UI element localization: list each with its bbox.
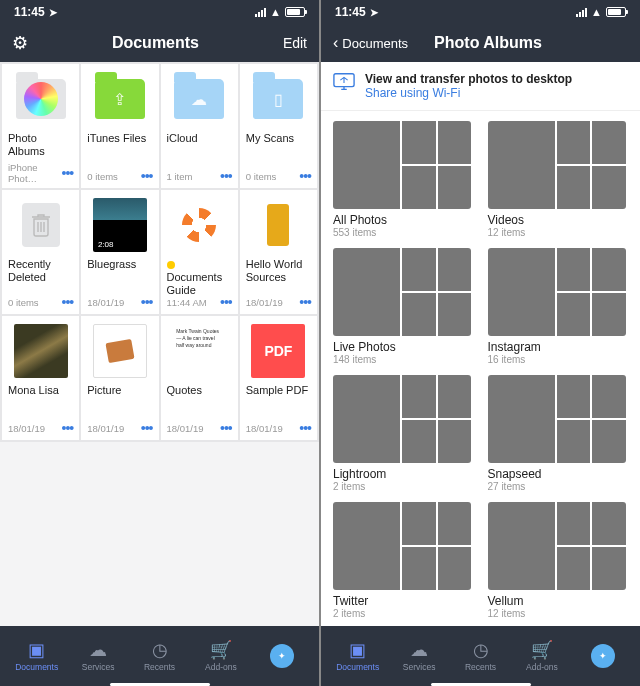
more-icon[interactable]: •••: [62, 294, 74, 310]
doc-thumbnail: ☁: [167, 70, 232, 128]
tab-label: Add-ons: [205, 662, 237, 672]
location-icon: ➤: [370, 7, 378, 18]
album-cell[interactable]: Videos12 items: [488, 121, 629, 238]
more-icon[interactable]: •••: [62, 420, 74, 436]
album-cell[interactable]: Instagram16 items: [488, 248, 629, 365]
location-icon: ➤: [49, 7, 57, 18]
tab-label: Add-ons: [526, 662, 558, 672]
home-indicator[interactable]: [0, 682, 319, 686]
album-cell[interactable]: Snapseed27 items: [488, 375, 629, 492]
compass-icon: ✦: [270, 644, 294, 668]
album-title: Vellum: [488, 594, 629, 608]
doc-cell[interactable]: Mark Twain Quotes — A lie can travel hal…: [161, 316, 238, 440]
documents-tab[interactable]: ▣Documents: [6, 630, 67, 682]
doc-cell[interactable]: ▯My Scans0 items•••: [240, 64, 317, 188]
doc-title: Hello World Sources: [246, 258, 311, 284]
browser-tab[interactable]: ✦: [252, 630, 313, 682]
banner-title: View and transfer photos to desktop: [365, 72, 572, 86]
album-cell[interactable]: Lightroom2 items: [333, 375, 474, 492]
doc-cell[interactable]: Recently Deleted0 items•••: [2, 190, 79, 314]
album-meta: 553 items: [333, 227, 474, 238]
more-icon[interactable]: •••: [141, 294, 153, 310]
album-thumbnail: [333, 375, 471, 463]
recents-tab[interactable]: ◷Recents: [129, 630, 190, 682]
album-cell[interactable]: All Photos553 items: [333, 121, 474, 238]
doc-meta: 18/01/19: [246, 423, 283, 434]
album-thumbnail: [488, 121, 626, 209]
wifi-icon: ▲: [591, 6, 602, 18]
doc-title: Recently Deleted: [8, 258, 73, 284]
doc-thumbnail: [167, 196, 232, 254]
album-title: Live Photos: [333, 340, 474, 354]
doc-thumbnail: [8, 322, 73, 380]
nav-title: Documents: [112, 34, 199, 52]
addons-tab[interactable]: 🛒Add-ons: [190, 630, 251, 682]
nav-bar: ⚙ Documents Edit: [0, 24, 319, 62]
status-time: 11:45: [14, 5, 45, 19]
doc-cell[interactable]: PDFSample PDF18/01/19•••: [240, 316, 317, 440]
status-bar: 11:45 ➤ ▲: [0, 0, 319, 24]
banner-link[interactable]: Share using Wi-Fi: [365, 86, 572, 100]
doc-meta: 18/01/19: [167, 423, 204, 434]
album-thumbnail: [333, 502, 471, 590]
album-meta: 27 items: [488, 481, 629, 492]
album-meta: 12 items: [488, 227, 629, 238]
signal-icon: [576, 7, 587, 17]
doc-cell[interactable]: Mona Lisa18/01/19•••: [2, 316, 79, 440]
album-cell[interactable]: Live Photos148 items: [333, 248, 474, 365]
more-icon[interactable]: •••: [141, 420, 153, 436]
home-indicator[interactable]: [321, 682, 640, 686]
doc-cell[interactable]: Hello World Sources18/01/19•••: [240, 190, 317, 314]
doc-cell[interactable]: ⇪iTunes Files0 items•••: [81, 64, 158, 188]
doc-thumbnail: Mark Twain Quotes — A lie can travel hal…: [167, 322, 232, 380]
more-icon[interactable]: •••: [299, 168, 311, 184]
more-icon[interactable]: •••: [220, 168, 232, 184]
edit-button[interactable]: Edit: [283, 35, 307, 51]
settings-gear-icon[interactable]: ⚙: [12, 32, 28, 54]
back-button[interactable]: ‹ Documents: [333, 34, 408, 52]
recents-tab[interactable]: ◷Recents: [450, 630, 511, 682]
more-icon[interactable]: •••: [299, 294, 311, 310]
doc-cell[interactable]: ☁iCloud1 item•••: [161, 64, 238, 188]
documents-tab[interactable]: ▣Documents: [327, 630, 388, 682]
doc-title: Mona Lisa: [8, 384, 73, 410]
album-thumbnail: [333, 121, 471, 209]
album-meta: 148 items: [333, 354, 474, 365]
doc-thumbnail: 2:08: [87, 196, 152, 254]
addons-tab[interactable]: 🛒Add-ons: [511, 630, 572, 682]
documents-content: Photo AlbumsiPhone Phot…•••⇪iTunes Files…: [0, 62, 319, 626]
album-meta: 12 items: [488, 608, 629, 619]
documents-grid: Photo AlbumsiPhone Phot…•••⇪iTunes Files…: [0, 62, 319, 442]
more-icon[interactable]: •••: [62, 165, 74, 181]
doc-title: Documents Guide: [167, 258, 232, 294]
doc-cell[interactable]: Photo AlbumsiPhone Phot…•••: [2, 64, 79, 188]
photo-albums-screen: 11:45 ➤ ▲ ‹ Documents Photo Albums View …: [321, 0, 640, 686]
album-cell[interactable]: Twitter2 items: [333, 502, 474, 619]
tab-label: Recents: [144, 662, 175, 672]
doc-title: Photo Albums: [8, 132, 73, 158]
more-icon[interactable]: •••: [220, 294, 232, 310]
more-icon[interactable]: •••: [141, 168, 153, 184]
doc-thumbnail: [246, 196, 311, 254]
more-icon[interactable]: •••: [299, 420, 311, 436]
doc-cell[interactable]: 2:08Bluegrass18/01/19•••: [81, 190, 158, 314]
tab-label: Services: [403, 662, 436, 672]
doc-cell[interactable]: Documents Guide11:44 AM•••: [161, 190, 238, 314]
album-title: Lightroom: [333, 467, 474, 481]
services-tab[interactable]: ☁Services: [388, 630, 449, 682]
doc-cell[interactable]: Picture18/01/19•••: [81, 316, 158, 440]
album-meta: 2 items: [333, 608, 474, 619]
album-thumbnail: [488, 375, 626, 463]
doc-meta: 0 items: [8, 297, 39, 308]
doc-thumbnail: ▯: [246, 70, 311, 128]
album-cell[interactable]: Vellum12 items: [488, 502, 629, 619]
album-meta: 16 items: [488, 354, 629, 365]
battery-icon: [285, 7, 305, 17]
browser-tab[interactable]: ✦: [573, 630, 634, 682]
services-tab[interactable]: ☁Services: [67, 630, 128, 682]
transfer-banner[interactable]: View and transfer photos to desktop Shar…: [321, 62, 640, 111]
album-title: Snapseed: [488, 467, 629, 481]
back-label: Documents: [342, 36, 408, 51]
more-icon[interactable]: •••: [220, 420, 232, 436]
doc-thumbnail: [8, 70, 73, 128]
